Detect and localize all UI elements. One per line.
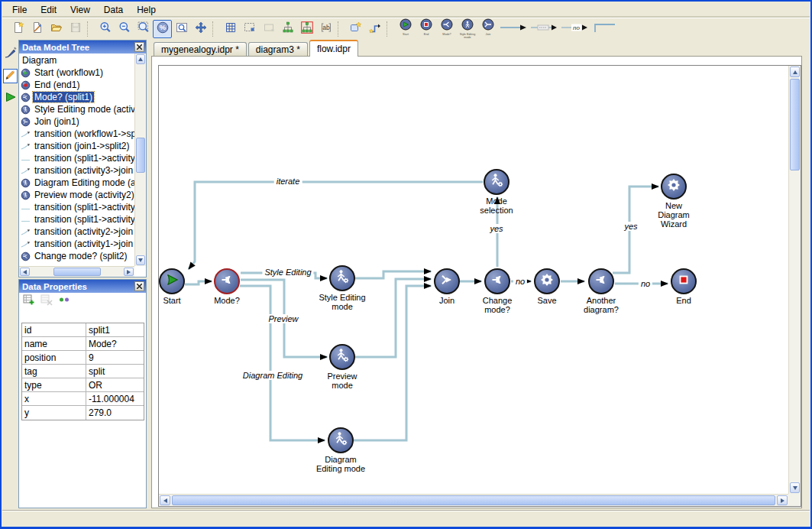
tree-vscroll-thumb[interactable] [136, 138, 145, 173]
toolbar-zoom-in-button[interactable] [95, 20, 115, 38]
tree-item[interactable]: Change mode? (split2) [19, 250, 134, 262]
property-row[interactable]: tagsplit [22, 365, 144, 378]
property-value[interactable]: Mode? [86, 337, 144, 350]
tree-item[interactable]: Join (join1) [19, 115, 134, 128]
tree-item[interactable]: Diagram Editing mode (ac [19, 177, 134, 189]
toolbar-transform-button[interactable] [259, 20, 278, 38]
canvas-hscrollbar[interactable] [159, 494, 788, 506]
property-row[interactable]: x-11.000004 [22, 392, 144, 406]
tree-item[interactable]: Start (workflow1) [19, 67, 134, 79]
property-row[interactable]: typeOR [22, 378, 144, 392]
add-row-icon[interactable] [23, 294, 35, 309]
toolbar-new-shape-button[interactable] [346, 20, 365, 38]
toolbar-zoom-percent-button[interactable]: % [153, 20, 172, 38]
property-value[interactable]: split [86, 365, 144, 378]
diagram-node-style-editing-mode[interactable] [329, 265, 355, 291]
tree-item[interactable]: Style Editing mode (activi [19, 103, 134, 115]
diagram-node-change-mode[interactable] [484, 268, 510, 294]
tree-item[interactable]: transition (split1->activity [19, 201, 134, 213]
toolbar-arrow-straight-button[interactable] [498, 20, 529, 38]
rail-paintbrush-button[interactable] [3, 47, 18, 61]
scroll-down-icon[interactable] [136, 255, 145, 265]
toolbar-grid-button[interactable] [221, 20, 240, 38]
property-row[interactable]: nameMode? [22, 337, 144, 351]
scroll-left-icon[interactable] [20, 268, 30, 276]
toolbar-arrow-no-button[interactable]: no [559, 20, 590, 38]
tab-flow-idpr[interactable]: flow.idpr [309, 40, 358, 57]
delete-row-icon[interactable] [40, 294, 53, 309]
edge-label[interactable]: Style Editing [262, 268, 313, 277]
tree-vscrollbar[interactable] [134, 54, 146, 266]
tree-item[interactable]: Preview mode (activity2) [19, 189, 134, 201]
menu-help[interactable]: Help [130, 2, 163, 18]
property-value[interactable]: 279.0 [86, 406, 144, 420]
diagram-node-mode[interactable] [214, 268, 240, 294]
scroll-left-icon[interactable] [160, 495, 170, 505]
edge-label[interactable]: yes [487, 224, 505, 233]
tree-item[interactable]: transition (join1->split2) [19, 140, 134, 152]
property-row[interactable]: idsplit1 [22, 323, 144, 337]
menu-file[interactable]: File [5, 2, 34, 18]
toolbar-arrow-labeled-button[interactable] [529, 20, 559, 38]
canvas-vscroll-thumb[interactable] [790, 79, 800, 170]
toolbar-node-end-button[interactable]: End [416, 18, 436, 39]
tree-item[interactable]: transition (activity1->join [19, 238, 134, 250]
toolbar-elbow-line-button[interactable] [590, 20, 620, 38]
canvas-vscrollbar[interactable] [788, 66, 801, 494]
diagram-node-new-diagram-wizard[interactable] [661, 174, 687, 200]
tree-item[interactable]: End (end1) [19, 79, 134, 91]
data-model-tree-titlebar[interactable]: Data Model Tree [19, 41, 146, 54]
tree-item[interactable]: Mode? (split1) [19, 91, 134, 103]
transition-edge[interactable] [355, 279, 431, 357]
tree-item[interactable]: transition (workflow1->sp [19, 128, 134, 140]
scroll-right-icon[interactable] [777, 495, 788, 505]
toolbar-tree-layout-button[interactable] [278, 20, 297, 38]
toolbar-overview-button[interactable] [172, 20, 191, 38]
toolbar-pan-button[interactable] [191, 20, 210, 38]
edge-label[interactable]: Diagram Editing [241, 371, 305, 380]
scroll-down-icon[interactable] [790, 482, 800, 493]
toolbar-open-folder-button[interactable] [47, 20, 66, 38]
diagram-node-start[interactable] [159, 268, 185, 294]
close-icon[interactable] [134, 281, 144, 291]
data-properties-titlebar[interactable]: Data Properties [19, 280, 146, 293]
diagram-node-join[interactable] [434, 268, 460, 294]
tree-hscroll-thumb[interactable] [53, 268, 101, 276]
toolbar-connector-button[interactable] [365, 20, 384, 38]
close-icon[interactable] [134, 42, 144, 52]
edge-label[interactable]: iterate [274, 177, 302, 186]
diagram-node-save[interactable] [534, 268, 560, 294]
edge-label[interactable]: Preview [266, 314, 300, 323]
rail-pencil-button[interactable] [3, 69, 18, 83]
toolbar-node-activity-button[interactable]: Style Editing mode [457, 18, 477, 39]
tree-item[interactable]: transition (split1->activity [19, 213, 134, 226]
diagram-node-preview-mode[interactable] [329, 344, 355, 370]
property-value[interactable]: 9 [86, 351, 144, 364]
transition-edge[interactable] [185, 281, 212, 284]
edge-label[interactable]: no [513, 277, 527, 286]
toolbar-node-join-button[interactable]: Join [477, 18, 498, 39]
menu-edit[interactable]: Edit [34, 2, 63, 18]
menu-view[interactable]: View [63, 2, 97, 18]
tab-diagram3-[interactable]: diagram3 * [248, 42, 308, 57]
scroll-right-icon[interactable] [124, 268, 134, 276]
toolbar-wizard-button[interactable] [27, 20, 47, 38]
transition-edge[interactable] [189, 182, 483, 269]
tab-mygenealogy-idpr-[interactable]: mygenealogy.idpr * [154, 42, 247, 57]
tree-item[interactable]: transition (activity3->join [19, 164, 134, 177]
toggle-dots-icon[interactable] [58, 294, 70, 309]
canvas-hscroll-thumb[interactable] [172, 495, 775, 505]
rail-run-play-button[interactable] [3, 91, 18, 105]
property-row[interactable]: y279.0 [22, 406, 144, 420]
tree-hscrollbar[interactable] [19, 266, 134, 277]
diagram-node-end[interactable] [671, 268, 697, 294]
toolbar-tree-layout-box-button[interactable] [297, 20, 316, 38]
toolbar-zoom-region-button[interactable] [134, 20, 153, 38]
toolbar-text-label-button[interactable]: ab [316, 20, 335, 38]
toolbar-node-start-button[interactable]: Start [395, 18, 416, 39]
transition-edge[interactable] [355, 271, 431, 278]
property-value[interactable]: split1 [86, 323, 144, 336]
toolbar-node-split-button[interactable]: Mode? [436, 18, 457, 39]
tree-item[interactable]: Diagram [19, 54, 134, 67]
toolbar-zoom-out-button[interactable] [115, 20, 134, 38]
